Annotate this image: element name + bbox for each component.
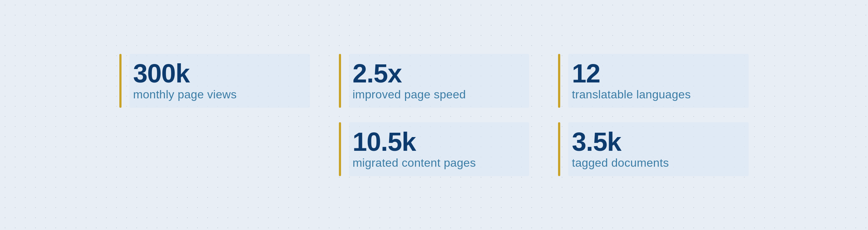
stat-improved-page-speed: 2.5x improved page speed bbox=[339, 54, 529, 108]
stat-border bbox=[558, 54, 560, 108]
stat-content: 2.5x improved page speed bbox=[349, 54, 529, 108]
stat-border bbox=[339, 54, 341, 108]
stat-migrated-content-pages: 10.5k migrated content pages bbox=[339, 122, 529, 176]
stat-content: 3.5k tagged documents bbox=[568, 122, 749, 176]
stat-number: 2.5x bbox=[353, 60, 519, 86]
stat-translatable-languages: 12 translatable languages bbox=[558, 54, 749, 108]
stat-label: improved page speed bbox=[353, 88, 519, 101]
stat-content: 300k monthly page views bbox=[129, 54, 310, 108]
stats-container: 300k monthly page views 2.5x improved pa… bbox=[90, 39, 778, 191]
stat-border bbox=[558, 122, 560, 176]
stat-number: 3.5k bbox=[572, 129, 738, 155]
stat-number: 300k bbox=[133, 60, 299, 86]
stat-number: 10.5k bbox=[353, 129, 519, 155]
stat-monthly-page-views: 300k monthly page views bbox=[119, 54, 310, 108]
stat-label: translatable languages bbox=[572, 88, 738, 101]
stat-content: 12 translatable languages bbox=[568, 54, 749, 108]
stat-content: 10.5k migrated content pages bbox=[349, 122, 529, 176]
stat-tagged-documents: 3.5k tagged documents bbox=[558, 122, 749, 176]
stat-number: 12 bbox=[572, 60, 738, 86]
stat-label: migrated content pages bbox=[353, 156, 519, 170]
stat-label: monthly page views bbox=[133, 88, 299, 101]
stat-border bbox=[119, 54, 122, 108]
stat-border bbox=[339, 122, 341, 176]
stat-label: tagged documents bbox=[572, 156, 738, 170]
